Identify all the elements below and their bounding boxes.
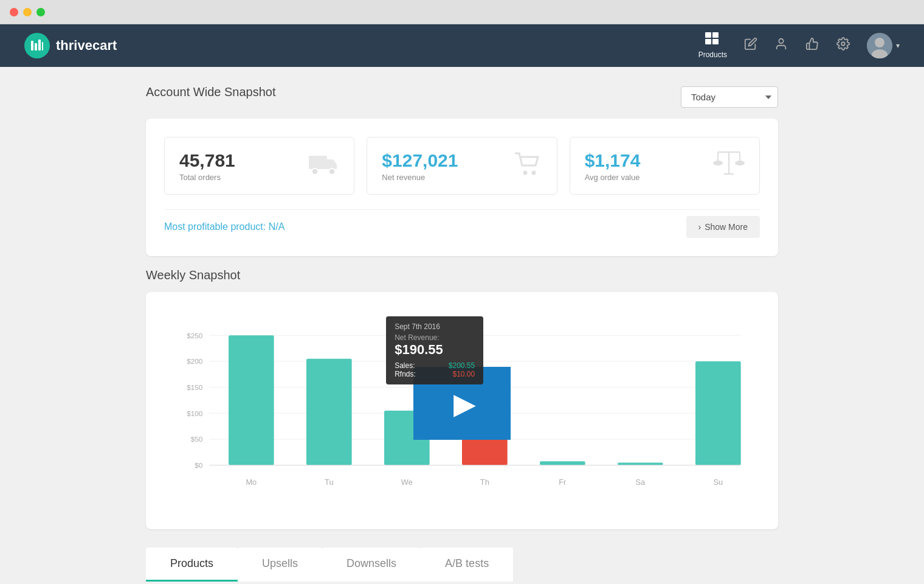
snapshot-header: Account Wide Snapshot Today Yesterday La…	[146, 85, 778, 109]
svg-rect-13	[309, 156, 327, 169]
tab-upsells[interactable]: Upsells	[238, 548, 322, 582]
weekly-section: Weekly Snapshot ▶ Sept 7th 2016 Net Reve…	[146, 268, 778, 529]
svg-text:Mo: Mo	[246, 478, 257, 487]
svg-rect-7	[712, 39, 719, 44]
svg-rect-43	[695, 361, 741, 465]
settings-nav-icon	[836, 37, 850, 54]
net-revenue-value: $127,021	[382, 150, 458, 170]
weekly-card: ▶ Sept 7th 2016 Net Revenue: $190.55 Sal…	[146, 292, 778, 529]
tooltip-sales-label: Sales:	[395, 361, 415, 370]
stat-box-avg-order: $1,174 Avg order value	[570, 137, 760, 195]
svg-text:$0: $0	[195, 461, 203, 469]
svg-rect-4	[705, 32, 711, 38]
tooltip-details: Sales: $200.55	[395, 361, 475, 370]
tooltip-rfnds-value: $10.00	[452, 370, 475, 378]
date-select[interactable]: Today Yesterday Last 7 days Last 30 days…	[681, 86, 778, 108]
stats-row: 45,781 Total orders $127,021 Net reven	[164, 137, 760, 195]
svg-text:$250: $250	[187, 332, 203, 339]
browser-chrome	[0, 0, 924, 24]
total-orders-label: Total orders	[179, 173, 235, 182]
tooltip-net-revenue-label: Net Revenue:	[395, 333, 475, 342]
profitable-value: N/A	[269, 221, 285, 232]
tab-abtests[interactable]: A/B tests	[421, 548, 513, 582]
svg-text:$150: $150	[187, 383, 203, 391]
chevron-right-icon: ›	[698, 222, 702, 232]
chart-tooltip: Sept 7th 2016 Net Revenue: $190.55 Sales…	[386, 316, 483, 384]
bottom-tabs: Products Upsells Downsells A/B tests	[146, 548, 778, 582]
user-avatar	[867, 33, 892, 58]
minimize-dot[interactable]	[23, 8, 32, 16]
svg-point-23	[735, 161, 745, 165]
svg-text:Tu: Tu	[325, 478, 333, 487]
edit-nav-icon	[744, 37, 757, 54]
avg-order-label: Avg order value	[585, 173, 641, 182]
stat-info-orders: 45,781 Total orders	[179, 150, 235, 182]
products-nav-label: Products	[698, 50, 727, 59]
tooltip-sales-value: $200.55	[449, 361, 475, 370]
products-nav-icon	[705, 32, 720, 48]
nav-item-settings[interactable]	[836, 37, 850, 54]
show-more-button[interactable]: › Show More	[686, 216, 760, 238]
svg-point-16	[523, 171, 527, 175]
svg-text:Th: Th	[480, 478, 489, 487]
scales-icon	[713, 150, 745, 182]
svg-rect-38	[306, 359, 352, 465]
navbar: thrivecart Products	[0, 24, 924, 67]
profitable-row: Most profitable product: N/A › Show More	[164, 209, 760, 238]
tab-downsells[interactable]: Downsells	[322, 548, 421, 582]
brand-name: thrivecart	[56, 38, 117, 54]
svg-text:$200: $200	[187, 357, 203, 365]
tab-products[interactable]: Products	[146, 548, 238, 582]
nav-item-users[interactable]	[774, 37, 788, 54]
tooltip-net-revenue-value: $190.55	[395, 342, 475, 358]
svg-text:We: We	[401, 478, 413, 487]
nav-item-integrations[interactable]	[805, 37, 819, 54]
stat-info-avg: $1,174 Avg order value	[585, 150, 641, 182]
stat-box-total-orders: 45,781 Total orders	[164, 137, 354, 195]
users-nav-icon	[774, 37, 788, 54]
snapshot-card: 45,781 Total orders $127,021 Net reven	[146, 119, 778, 256]
stat-box-net-revenue: $127,021 Net revenue	[367, 137, 557, 195]
svg-text:$100: $100	[187, 409, 203, 417]
svg-point-15	[329, 169, 335, 175]
svg-text:Sa: Sa	[636, 478, 646, 487]
svg-rect-37	[229, 335, 274, 465]
truck-icon	[308, 151, 339, 181]
svg-rect-42	[618, 462, 663, 465]
tooltip-date: Sept 7th 2016	[395, 322, 475, 331]
svg-rect-41	[540, 461, 585, 465]
svg-point-22	[713, 161, 723, 165]
svg-text:$50: $50	[191, 435, 203, 443]
svg-text:Fr: Fr	[559, 478, 567, 487]
brand[interactable]: thrivecart	[24, 33, 117, 58]
svg-point-11	[875, 38, 884, 47]
net-revenue-label: Net revenue	[382, 173, 458, 182]
svg-point-8	[779, 39, 783, 43]
svg-point-17	[531, 171, 536, 175]
svg-rect-6	[705, 39, 711, 44]
svg-rect-5	[712, 32, 719, 38]
svg-point-14	[312, 169, 318, 175]
brand-icon	[24, 33, 50, 58]
svg-rect-3	[42, 42, 43, 50]
svg-rect-1	[35, 43, 37, 50]
nav-avatar-wrap[interactable]: ▾	[867, 33, 900, 58]
nav-item-edit[interactable]	[744, 37, 757, 54]
weekly-title: Weekly Snapshot	[146, 268, 778, 282]
integrations-nav-icon	[805, 37, 819, 54]
snapshot-title: Account Wide Snapshot	[146, 85, 275, 99]
svg-text:Su: Su	[714, 478, 723, 487]
avatar-caret-icon: ▾	[896, 41, 900, 50]
close-dot[interactable]	[10, 8, 18, 16]
profitable-text: Most profitable product: N/A	[164, 221, 284, 232]
svg-point-9	[841, 42, 845, 46]
stat-info-revenue: $127,021 Net revenue	[382, 150, 458, 182]
avg-order-value: $1,174	[585, 150, 641, 170]
nav-item-products[interactable]: Products	[698, 32, 727, 59]
cart-icon	[513, 151, 542, 181]
navbar-nav: Products	[698, 32, 900, 59]
maximize-dot[interactable]	[36, 8, 45, 16]
svg-rect-2	[38, 40, 41, 50]
main-content: Account Wide Snapshot Today Yesterday La…	[0, 67, 924, 584]
tooltip-rfnds-label: Rfnds:	[395, 370, 416, 378]
